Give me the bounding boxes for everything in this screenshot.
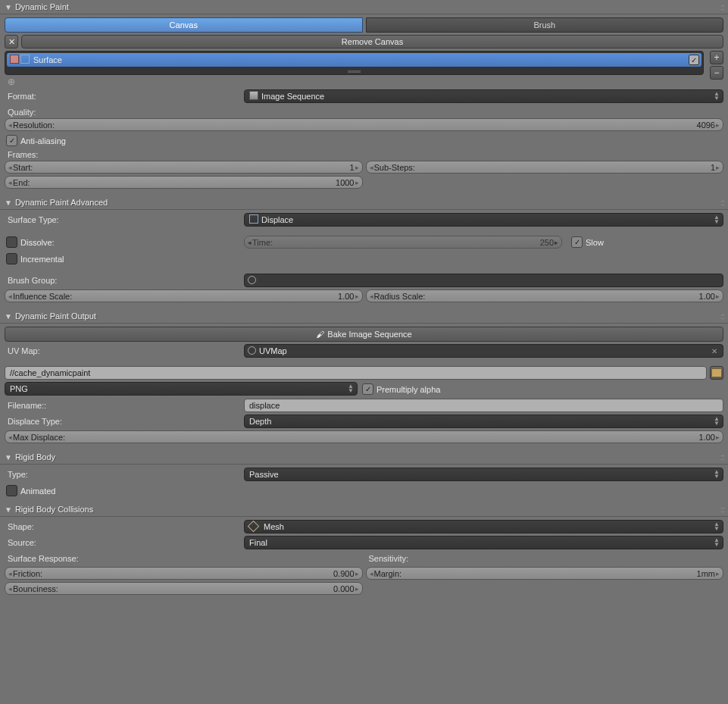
animated-checkbox[interactable] xyxy=(6,485,17,496)
drag-grip-icon[interactable]: :::: xyxy=(720,311,723,321)
sensitivity-label: Sensitivity: xyxy=(366,552,724,565)
displace-type-label: Displace Type: xyxy=(5,415,241,428)
margin-field[interactable]: ◂ Margin: 1mm ▸ xyxy=(366,567,724,580)
dropdown-arrows-icon: ▲▼ xyxy=(714,470,720,479)
dissolve-checkbox[interactable] xyxy=(6,236,17,248)
panel-header-dynamic-paint-advanced[interactable]: ▼ Dynamic Paint Advanced :::: xyxy=(0,196,728,210)
drag-grip-icon[interactable]: :::: xyxy=(720,505,723,514)
surface-type-dropdown[interactable]: Displace ▲▼ xyxy=(244,213,723,227)
surface-enabled-checkbox[interactable]: ✓ xyxy=(689,55,699,65)
decrement-icon[interactable]: ◂ xyxy=(8,121,12,129)
drag-grip-icon[interactable]: :::: xyxy=(720,2,723,11)
source-dropdown[interactable]: Final ▲▼ xyxy=(244,536,723,549)
animated-row[interactable]: Animated xyxy=(5,483,723,498)
quality-label: Quality: xyxy=(5,105,723,118)
increment-icon[interactable]: ▸ xyxy=(355,585,359,593)
uvmap-field[interactable]: UVMap ✕ xyxy=(244,344,723,358)
dropdown-arrows-icon: ▲▼ xyxy=(714,522,720,531)
dropdown-arrows-icon: ▲▼ xyxy=(714,215,720,224)
increment-icon[interactable]: ▸ xyxy=(716,433,720,441)
decrement-icon[interactable]: ◂ xyxy=(370,164,373,171)
frames-label: Frames: xyxy=(5,148,723,161)
bake-icon: 🖌 xyxy=(316,330,324,339)
cache-path-field[interactable]: //cache_dynamicpaint xyxy=(5,366,707,380)
decrement-icon[interactable]: ◂ xyxy=(8,179,12,186)
list-item-surface[interactable]: Surface ✓ xyxy=(7,53,701,67)
brush-group-label: Brush Group: xyxy=(5,274,241,287)
drag-grip-icon[interactable]: :::: xyxy=(720,452,723,462)
format-dropdown[interactable]: Image Sequence ▲▼ xyxy=(244,89,723,103)
decrement-icon[interactable]: ◂ xyxy=(8,293,12,300)
rb-type-dropdown[interactable]: Passive ▲▼ xyxy=(244,468,723,481)
increment-icon[interactable]: ▸ xyxy=(355,293,359,300)
increment-icon[interactable]: ▸ xyxy=(716,293,720,300)
mesh-icon xyxy=(249,522,258,532)
incremental-row[interactable]: Incremental xyxy=(5,252,723,266)
rb-type-label: Type: xyxy=(5,468,241,481)
displace-icon xyxy=(249,214,258,225)
slow-row[interactable]: ✓ Slow xyxy=(570,235,605,249)
displace-type-dropdown[interactable]: Depth ▲▼ xyxy=(244,415,723,428)
start-field[interactable]: ◂ Start: 1 ▸ xyxy=(5,161,363,174)
surface-type-label: Surface Type: xyxy=(5,213,241,227)
increment-icon[interactable]: ▸ xyxy=(716,570,720,577)
bounciness-field[interactable]: ◂ Bounciness: 0.000 ▸ xyxy=(5,582,363,595)
increment-icon[interactable]: ▸ xyxy=(555,239,558,246)
surfaces-list[interactable]: Surface ✓ ═══ xyxy=(5,51,704,75)
influence-scale-field[interactable]: ◂ Influence Scale: 1.00 ▸ xyxy=(5,289,363,302)
panel-header-dynamic-paint[interactable]: ▼ Dynamic Paint :::: xyxy=(0,0,728,14)
tab-brush[interactable]: Brush xyxy=(366,17,724,33)
clear-icon[interactable]: ✕ xyxy=(709,346,720,356)
resolution-field[interactable]: ◂ Resolution: 4096 ▸ xyxy=(5,118,723,131)
end-field[interactable]: ◂ End: 1000 ▸ xyxy=(5,176,363,189)
increment-icon[interactable]: ▸ xyxy=(355,164,359,171)
shape-dropdown[interactable]: Mesh ▲▼ xyxy=(244,520,723,533)
collapse-icon: ▼ xyxy=(5,199,12,207)
panel-header-dynamic-paint-output[interactable]: ▼ Dynamic Paint Output :::: xyxy=(0,309,728,324)
increment-icon[interactable]: ▸ xyxy=(355,570,359,577)
collapse-icon: ▼ xyxy=(5,505,12,514)
substeps-field[interactable]: ◂ Sub-Steps: 1 ▸ xyxy=(366,161,724,174)
antialias-row[interactable]: ✓ Anti-aliasing xyxy=(5,133,723,148)
canvas-icon xyxy=(10,55,19,65)
time-field[interactable]: ◂ Time: 250 ▸ xyxy=(244,236,562,249)
dropdown-arrows-icon: ▲▼ xyxy=(714,538,720,547)
add-surface-button[interactable]: + xyxy=(710,51,723,64)
decrement-icon[interactable]: ◂ xyxy=(370,293,373,300)
decrement-icon[interactable]: ◂ xyxy=(8,433,12,441)
remove-surface-button[interactable]: − xyxy=(710,66,723,80)
premultiply-checkbox[interactable]: ✓ xyxy=(362,383,373,395)
brush-group-field[interactable] xyxy=(244,274,723,287)
source-label: Source: xyxy=(5,536,241,549)
bake-image-sequence-button[interactable]: 🖌 Bake Image Sequence xyxy=(5,327,723,342)
slow-checkbox[interactable]: ✓ xyxy=(571,236,583,248)
drag-grip-icon[interactable]: :::: xyxy=(720,198,723,207)
increment-icon[interactable]: ▸ xyxy=(716,121,720,129)
incremental-checkbox[interactable] xyxy=(6,253,17,264)
antialias-checkbox[interactable]: ✓ xyxy=(6,135,17,146)
decrement-icon[interactable]: ◂ xyxy=(370,570,373,577)
panel-header-rigid-body[interactable]: ▼ Rigid Body :::: xyxy=(0,450,728,465)
panel-header-rigid-body-collisions[interactable]: ▼ Rigid Body Collisions :::: xyxy=(0,502,728,517)
folder-icon xyxy=(711,368,722,377)
radius-scale-field[interactable]: ◂ Radius Scale: 1.00 ▸ xyxy=(366,289,724,302)
file-format-dropdown[interactable]: PNG ▲▼ xyxy=(5,382,358,396)
decrement-icon[interactable]: ◂ xyxy=(8,585,12,593)
resize-handle-icon[interactable]: ═══ xyxy=(5,68,703,74)
decrement-icon[interactable]: ◂ xyxy=(248,239,252,246)
decrement-icon[interactable]: ◂ xyxy=(8,570,12,577)
increment-icon[interactable]: ▸ xyxy=(355,179,359,186)
increment-icon[interactable]: ▸ xyxy=(716,164,720,171)
filename-field[interactable]: displace xyxy=(244,399,723,412)
premultiply-row[interactable]: ✓ Premultiply alpha xyxy=(361,382,723,396)
friction-field[interactable]: ◂ Friction: 0.900 ▸ xyxy=(5,567,363,580)
decrement-icon[interactable]: ◂ xyxy=(8,164,12,171)
uvmap-label: UV Map: xyxy=(5,344,241,358)
max-displace-field[interactable]: ◂ Max Displace: 1.00 ▸ xyxy=(5,430,723,443)
remove-canvas-button[interactable]: Remove Canvas xyxy=(21,35,723,48)
tab-canvas[interactable]: Canvas xyxy=(5,17,363,33)
close-icon[interactable]: ✕ xyxy=(5,35,18,48)
group-icon xyxy=(248,276,256,286)
browse-folder-button[interactable] xyxy=(710,366,723,380)
add-specials-icon[interactable]: ⊕ xyxy=(6,77,17,87)
